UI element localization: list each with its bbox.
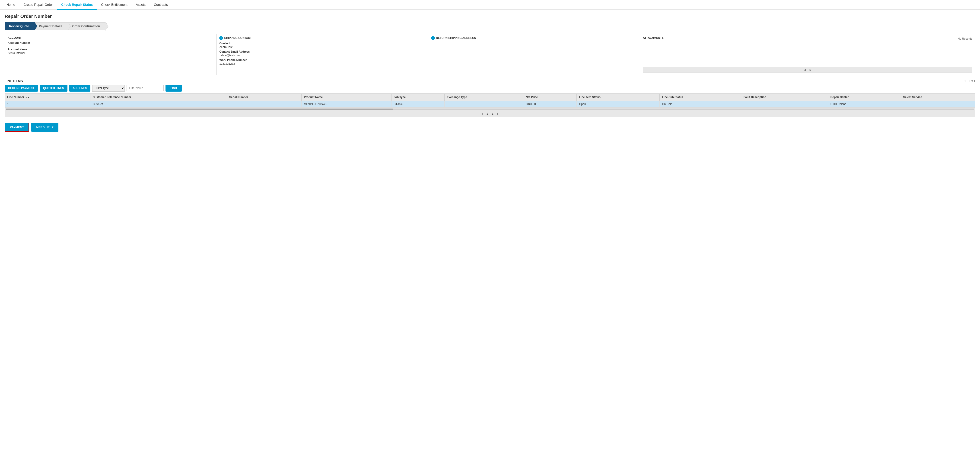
filter-value-input[interactable] xyxy=(127,85,164,91)
cell-line-item-status: Open xyxy=(577,101,660,108)
attachments-header: ATTACHMENTS No Records xyxy=(643,36,972,41)
cell-job-type: Billable xyxy=(391,101,444,108)
table-last-btn[interactable]: ⊢ xyxy=(496,112,500,116)
attachments-last-btn[interactable]: ⊢ xyxy=(814,68,818,72)
col-product-name[interactable]: Product Name xyxy=(302,94,391,101)
attachments-pagination: ⊣ ◄ ► ⊢ xyxy=(643,67,972,73)
cell-line-number: 1 xyxy=(5,101,90,108)
col-job-type[interactable]: Job Type xyxy=(391,94,444,101)
contact-email-label: Contact Email Address xyxy=(219,50,425,53)
line-items-table: Line Number ▲▼ Customer Reference Number… xyxy=(5,94,975,108)
account-name-label: Account Name xyxy=(8,48,213,51)
wizard-step-review-quote[interactable]: Review Quote xyxy=(5,22,35,30)
info-icon-return: i xyxy=(431,36,435,40)
attachments-prev-btn[interactable]: ◄ xyxy=(802,68,807,72)
all-lines-button[interactable]: ALL LINES xyxy=(69,85,91,92)
line-items-table-wrapper: Line Number ▲▼ Customer Reference Number… xyxy=(5,93,975,117)
no-records-text: No Records xyxy=(958,37,972,40)
work-phone-value: 1231231233 xyxy=(219,62,425,65)
nav-check-entitlement[interactable]: Check Entitlement xyxy=(97,0,132,10)
cell-customer-ref: CustRef xyxy=(90,101,227,108)
payment-button[interactable]: PAYMENT xyxy=(5,123,29,132)
info-panels: ACCOUNT Account Number Account Name Zebr… xyxy=(5,34,975,75)
cell-repair-center: CTDI Poland xyxy=(828,101,901,108)
table-row[interactable]: 1 CustRef MC9190-GA0SW... Billable €840.… xyxy=(5,101,975,108)
footer-buttons: PAYMENT NEED HELP xyxy=(5,123,975,136)
table-next-btn[interactable]: ► xyxy=(491,112,495,116)
shipping-contact-title: i SHIPPING CONTACT xyxy=(219,36,425,40)
cell-product-name: MC9190-GA0SW... xyxy=(302,101,391,108)
col-serial-number[interactable]: Serial Number xyxy=(227,94,301,101)
cell-fault-description xyxy=(741,101,828,108)
col-exchange-type[interactable]: Exchange Type xyxy=(444,94,523,101)
contact-label: Contact xyxy=(219,42,425,45)
col-net-price[interactable]: Net Price xyxy=(523,94,577,101)
table-scrollbar[interactable] xyxy=(5,108,975,111)
table-pagination: ⊣ ◄ ► ⊢ xyxy=(5,111,975,117)
scrollbar-track xyxy=(6,109,974,110)
scrollbar-thumb xyxy=(6,109,393,110)
cell-serial-number xyxy=(227,101,301,108)
account-panel: ACCOUNT Account Number Account Name Zebr… xyxy=(5,34,216,75)
attachments-panel: ATTACHMENTS No Records ⊣ ◄ ► ⊢ xyxy=(640,34,975,75)
col-select-service[interactable]: Select Service xyxy=(901,94,975,101)
account-panel-title: ACCOUNT xyxy=(8,36,213,40)
col-line-number[interactable]: Line Number ▲▼ xyxy=(5,94,90,101)
table-header-row: Line Number ▲▼ Customer Reference Number… xyxy=(5,94,975,101)
page-content: Repair Order Number Review Quote Payment… xyxy=(0,10,980,140)
contact-value: Zebra Test xyxy=(219,45,425,49)
filter-type-select[interactable]: Filter Type xyxy=(92,85,125,92)
line-items-header: LINE ITEMS 1 - 1 of 1 xyxy=(5,79,975,83)
nav-contracts[interactable]: Contracts xyxy=(150,0,172,10)
return-shipping-panel: i RETURN SHIPPING ADDRESS xyxy=(428,34,640,75)
attachments-first-btn[interactable]: ⊣ xyxy=(797,68,801,72)
attachments-title: ATTACHMENTS xyxy=(643,36,663,40)
wizard-step-order-confirmation[interactable]: Order Confirmation xyxy=(68,22,106,30)
wizard-steps: Review Quote Payment Details Order Confi… xyxy=(5,22,975,30)
nav-home[interactable]: Home xyxy=(2,0,19,10)
nav-create-repair-order[interactable]: Create Repair Order xyxy=(19,0,57,10)
cell-line-sub-status: On Hold xyxy=(660,101,741,108)
contact-email-value: zebra@test.com xyxy=(219,54,425,57)
nav-bar: Home Create Repair Order Check Repair St… xyxy=(0,0,980,10)
return-shipping-title: i RETURN SHIPPING ADDRESS xyxy=(431,36,637,40)
account-number-label: Account Number xyxy=(8,41,213,45)
col-customer-ref[interactable]: Customer Reference Number xyxy=(90,94,227,101)
page-title: Repair Order Number xyxy=(5,14,975,19)
attachments-box xyxy=(643,43,972,66)
work-phone-label: Work Phone Number xyxy=(219,58,425,62)
account-name-value: Zebra Internal xyxy=(8,51,213,55)
col-line-item-status[interactable]: Line Item Status xyxy=(577,94,660,101)
need-help-button[interactable]: NEED HELP xyxy=(31,123,58,132)
col-line-sub-status[interactable]: Line Sub Status xyxy=(660,94,741,101)
info-icon-shipping: i xyxy=(219,36,223,40)
col-repair-center[interactable]: Repair Center xyxy=(828,94,901,101)
table-prev-btn[interactable]: ◄ xyxy=(485,112,489,116)
nav-check-repair-status[interactable]: Check Repair Status xyxy=(57,0,97,10)
table-first-btn[interactable]: ⊣ xyxy=(480,112,484,116)
attachments-next-btn[interactable]: ► xyxy=(808,68,813,72)
line-items-pagination-info: 1 - 1 of 1 xyxy=(964,79,975,83)
shipping-contact-panel: i SHIPPING CONTACT Contact Zebra Test Co… xyxy=(216,34,428,75)
line-items-title: LINE ITEMS xyxy=(5,79,23,83)
find-button[interactable]: FIND xyxy=(165,85,182,92)
cell-net-price: €840.80 xyxy=(523,101,577,108)
col-fault-description[interactable]: Fault Description xyxy=(741,94,828,101)
cell-exchange-type xyxy=(444,101,523,108)
cell-select-service xyxy=(901,101,975,108)
line-items-toolbar: DECLINE PAYMENT QUOTED LINES ALL LINES F… xyxy=(5,85,975,92)
wizard-step-payment-details[interactable]: Payment Details xyxy=(35,22,68,30)
quoted-lines-button[interactable]: QUOTED LINES xyxy=(40,85,67,92)
nav-assets[interactable]: Assets xyxy=(132,0,150,10)
decline-payment-button[interactable]: DECLINE PAYMENT xyxy=(5,85,38,92)
